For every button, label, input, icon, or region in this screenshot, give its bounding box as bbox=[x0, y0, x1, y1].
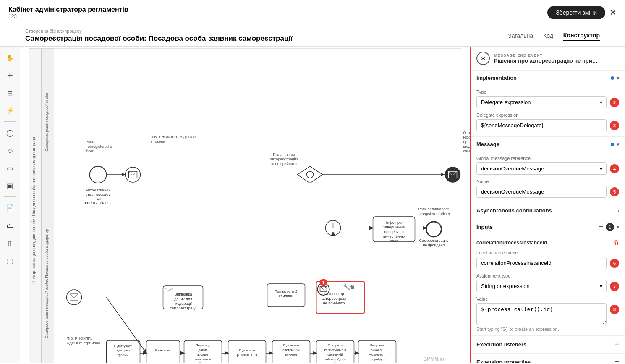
header-left: Кабінет адміністратора регламентів 123 bbox=[8, 6, 128, 19]
split-tool[interactable]: ⊞ bbox=[3, 85, 18, 100]
svg-text:процесу по: процесу по bbox=[384, 230, 403, 234]
canvas-area[interactable]: Самореєстрація посадової особи: Посадова… bbox=[20, 47, 470, 363]
global-ref-label: Global message reference bbox=[476, 156, 619, 161]
svg-text:нформаці: нформаці bbox=[463, 135, 470, 139]
svg-text:Підготувати: Підготувати bbox=[114, 344, 133, 348]
svg-text:Роль залишилася: Роль залишилася bbox=[418, 207, 449, 211]
close-button[interactable]: ✕ bbox=[609, 8, 617, 18]
message-content: Global message reference decisionOverdue… bbox=[471, 156, 625, 203]
tab-code[interactable]: Код bbox=[543, 31, 553, 41]
svg-text:з токена: з токена bbox=[151, 139, 165, 144]
save-button[interactable]: Зберегти зміни bbox=[547, 6, 605, 19]
add-extension-property-button[interactable]: + bbox=[615, 358, 619, 363]
svg-text:системним: системним bbox=[282, 348, 299, 352]
svg-text:не прийнято: не прийнято bbox=[323, 301, 345, 305]
add-execution-listener-button[interactable]: + bbox=[615, 340, 619, 349]
local-var-row: 6 bbox=[476, 257, 619, 269]
svg-text:автентифікації з: автентифікації з bbox=[84, 201, 112, 205]
async-chevron: › bbox=[617, 208, 619, 214]
type-select[interactable]: Delegate expression Java class Expressio… bbox=[476, 96, 607, 108]
svg-text:Рішення пр: Рішення пр bbox=[324, 292, 344, 296]
svg-text:хвилини: хвилини bbox=[279, 294, 293, 298]
svg-text:🗑: 🗑 bbox=[350, 284, 355, 290]
message-section: Message ▾ Global message reference decis… bbox=[471, 137, 625, 203]
svg-text:Тривалість 2: Тривалість 2 bbox=[275, 289, 297, 293]
dashed-tool[interactable]: ⬚ bbox=[3, 253, 18, 268]
tab-constructor[interactable]: Конструктор bbox=[563, 30, 600, 41]
svg-point-18 bbox=[126, 167, 141, 182]
svg-text:самореєст: самореєст bbox=[463, 149, 470, 153]
type-label: Type bbox=[476, 89, 619, 94]
title-area: Створення бізнес-процесу Самореєстрація … bbox=[25, 29, 293, 43]
breadcrumb: Створення бізнес-процесу bbox=[25, 29, 293, 34]
inputs-count: 1 bbox=[606, 223, 614, 231]
circle-tool[interactable]: ◯ bbox=[3, 125, 18, 140]
bpmn-diagram: Самореєстрація посадової особи: Посадова… bbox=[20, 47, 470, 363]
rect2-tool[interactable]: ▣ bbox=[3, 178, 18, 193]
svg-text:Підписати: Підписати bbox=[283, 343, 299, 347]
inputs-header: Inputs + 1 ▾ bbox=[471, 218, 625, 236]
value-hint: Start typing "${" to create an expressio… bbox=[476, 327, 619, 332]
svg-text:Самореєстрація посадової особи: Самореєстрація посадової особи: Посадова… bbox=[44, 229, 49, 339]
svg-text:автореєстрацію: автореєстрацію bbox=[270, 157, 298, 161]
correlation-block: correlationProcessInstanceId 🗑 Local var… bbox=[471, 236, 625, 335]
doc-tool[interactable]: 📄 bbox=[3, 200, 18, 215]
hand-tool[interactable]: ✋ bbox=[3, 50, 18, 65]
badge-5: 5 bbox=[610, 187, 619, 196]
panel-title-area: MESSAGE END EVENT Рішення про автореєстр… bbox=[494, 53, 598, 64]
diamond-tool[interactable]: ◇ bbox=[3, 143, 18, 158]
header-right: Зберегти зміни ✕ bbox=[547, 6, 617, 19]
cross-tool[interactable]: ✛ bbox=[3, 68, 18, 83]
svg-point-114 bbox=[67, 290, 82, 305]
implementation-section: Implementation ▾ Type Delegate expressio… bbox=[471, 71, 625, 137]
tab-general[interactable]: Загальна bbox=[508, 31, 533, 41]
svg-text:прийняття...: прийняття... bbox=[194, 362, 212, 363]
extension-properties-section[interactable]: Extension properties + bbox=[471, 354, 625, 363]
svg-text:unregistered-officer: unregistered-officer bbox=[418, 212, 450, 216]
lasso-tool[interactable]: ⚡ bbox=[3, 103, 18, 118]
sub-header: Створення бізнес-процесу Самореєстрація … bbox=[0, 25, 625, 47]
svg-text:після: після bbox=[94, 196, 103, 201]
svg-text:таблиці Дата-: таблиці Дата- bbox=[324, 357, 346, 361]
svg-text:ю не прийнято: ю не прийнято bbox=[271, 162, 297, 166]
svg-text:Відправка: Відправка bbox=[174, 292, 192, 296]
global-ref-select[interactable]: decisionOverdueMessage bbox=[476, 162, 607, 175]
msg-name-row: 5 bbox=[476, 186, 619, 198]
assignment-select[interactable]: String or expression Map List Script bbox=[476, 280, 607, 292]
global-ref-select-wrapper: decisionOverdueMessage bbox=[476, 162, 607, 175]
rect3-tool[interactable]: ▯ bbox=[3, 236, 18, 251]
implementation-content: Type Delegate expression Java class Expr… bbox=[471, 89, 625, 136]
value-textarea[interactable]: ${process_caller().id} bbox=[476, 303, 607, 325]
svg-text:ПІБ, РНОКПП та ЄДРПОУ: ПІБ, РНОКПП та ЄДРПОУ bbox=[151, 135, 196, 139]
delete-correlation-button[interactable]: 🗑 bbox=[613, 239, 619, 246]
add-input-button[interactable]: + bbox=[599, 223, 603, 231]
msg-name-input[interactable] bbox=[476, 186, 607, 198]
badge-7: 7 bbox=[610, 282, 619, 291]
svg-text:даних для: даних для bbox=[174, 297, 192, 301]
global-ref-row: decisionOverdueMessage 4 bbox=[476, 162, 619, 175]
svg-point-45 bbox=[426, 222, 442, 237]
svg-text:ПІБ, РНОКПП,: ПІБ, РНОКПП, bbox=[67, 336, 92, 340]
implementation-chevron: ▾ bbox=[617, 75, 619, 81]
svg-text:форми: форми bbox=[118, 353, 128, 357]
delegate-input[interactable] bbox=[476, 119, 607, 131]
svg-text:Бізне ключ: Бізне ключ bbox=[154, 348, 171, 352]
db-tool[interactable]: 🗃 bbox=[3, 218, 18, 233]
svg-text:ЄДРПОУ отримано: ЄДРПОУ отримано bbox=[67, 341, 100, 345]
svg-text:заявника та: заявника та bbox=[194, 357, 213, 361]
event-type-label: MESSAGE END EVENT bbox=[494, 53, 598, 58]
local-var-input[interactable] bbox=[476, 257, 607, 269]
message-dot bbox=[611, 143, 614, 146]
app-subtitle: 123 bbox=[8, 13, 128, 19]
implementation-dot bbox=[611, 76, 614, 80]
message-section-header[interactable]: Message ▾ bbox=[471, 137, 625, 152]
implementation-section-header[interactable]: Implementation ▾ bbox=[471, 71, 625, 85]
execution-listeners-section[interactable]: Execution listeners + bbox=[471, 336, 625, 354]
rect-tool[interactable]: ▭ bbox=[3, 160, 18, 175]
svg-text:«Самоест: «Самоест bbox=[369, 353, 385, 356]
svg-text:завершення: завершення bbox=[383, 225, 405, 229]
svg-text:Самореєстрація посадової особи: Самореєстрація посадової особи: Посадова… bbox=[31, 137, 36, 284]
main-layout: ✋ ✛ ⊞ ⚡ ◯ ◇ ▭ ▣ 📄 🗃 ▯ ⬚ Самореєстрація п… bbox=[0, 47, 625, 363]
svg-text:модерації: модерації bbox=[175, 301, 192, 306]
async-section[interactable]: Asynchronous continuations › bbox=[471, 203, 625, 218]
